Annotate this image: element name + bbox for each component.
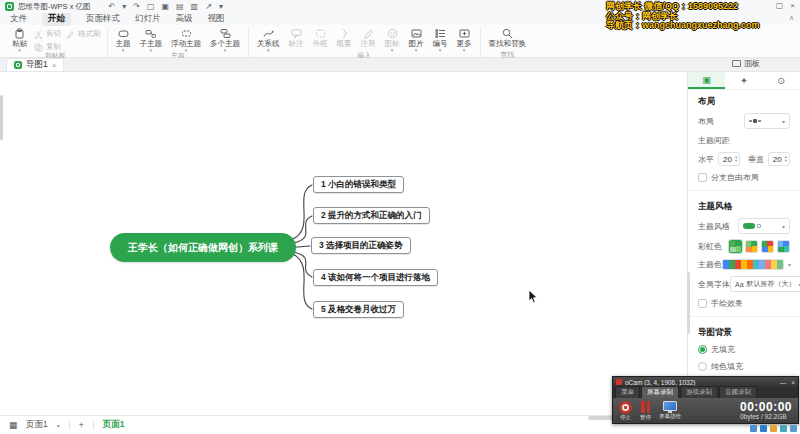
menu-view[interactable]: 视图	[208, 13, 225, 25]
cut-icon	[34, 30, 43, 39]
tab-theme[interactable]: ⊙	[763, 72, 800, 89]
tray-icon-3[interactable]	[770, 425, 777, 432]
more-button[interactable]: 更多 ▾	[455, 27, 474, 53]
floating-topic-button[interactable]: 浮动主题 ▾	[169, 27, 203, 53]
vertical-spacing-stepper[interactable]: 20 ▴▾	[768, 152, 790, 166]
ocam-body: 停止 暂停 屏幕描绘 00:00:00 0bytes / 92.2GB	[613, 398, 798, 423]
ocam-minimize-button[interactable]: —	[780, 379, 787, 386]
section-layout: 布局	[688, 90, 800, 110]
find-replace-button[interactable]: 查找和替换	[487, 27, 529, 49]
cut-button[interactable]: 剪切	[34, 29, 61, 39]
document-tab-close-icon[interactable]: ×	[52, 61, 57, 70]
tab-style[interactable]: ✦	[725, 72, 762, 89]
ocam-tab-audio-record[interactable]: 音频录制	[719, 386, 757, 398]
theme-color-strip[interactable]	[722, 259, 784, 270]
numbering-button[interactable]: 编号 ▾	[431, 27, 450, 53]
topic-button[interactable]: 主题 ▾	[114, 27, 133, 53]
window-icon[interactable]: ▣	[161, 2, 169, 11]
share-icon[interactable]: ↗	[205, 2, 212, 11]
mindmap-branch-5[interactable]: 5 及格交卷月收过万	[313, 301, 404, 318]
mindmap-branch-1[interactable]: 1 小白的错误和类型	[313, 176, 404, 193]
tab-format[interactable]: ▣	[688, 72, 725, 89]
boundary-icon	[315, 28, 326, 39]
ocam-tab-game-record[interactable]: 游戏录制	[680, 386, 718, 398]
free-layout-checkbox[interactable]	[698, 173, 707, 182]
mindmap-branch-3[interactable]: 3 选择项目的正确姿势	[311, 237, 411, 254]
rainbow-swatch-3[interactable]	[761, 240, 774, 253]
theme-tab-icon: ⊙	[777, 75, 785, 86]
watermark: 网创学长 微信/QQ：1589095222 公众号：网创学长 导航页：wangc…	[606, 2, 760, 31]
multiple-topics-icon	[220, 28, 231, 39]
menu-page-style[interactable]: 页面样式	[86, 13, 120, 25]
active-page-tab[interactable]: 页面1	[103, 419, 125, 431]
global-font-select[interactable]: Aa 默认推荐（大） ▾	[730, 276, 800, 292]
add-page-button[interactable]: +	[79, 420, 84, 430]
picture-button[interactable]: 图片 ▾	[407, 27, 426, 53]
paste-button[interactable]: 粘贴 ▾	[10, 27, 29, 53]
close-window-button[interactable]: ×	[790, 1, 795, 10]
menu-slideshow[interactable]: 幻灯片	[135, 13, 161, 25]
print-icon[interactable]: ▥	[191, 2, 199, 11]
menu-home[interactable]: 开始	[42, 12, 71, 26]
tray-icon-4[interactable]	[780, 425, 787, 432]
undo-caret-icon[interactable]: ▾	[122, 2, 126, 11]
ocam-window: oCam (3, 4, 1906, 1032) — × 菜单 屏幕录制 游戏录制…	[612, 376, 799, 424]
ocam-app-icon	[616, 379, 622, 385]
hand-drawn-checkbox[interactable]	[698, 299, 707, 308]
rainbow-swatch-4[interactable]	[777, 240, 790, 253]
panel-icon	[732, 60, 741, 67]
canvas-vertical-scrollbar[interactable]	[0, 95, 3, 140]
document-tab[interactable]: 导图1 ×	[6, 58, 64, 71]
collapse-ribbon-icon[interactable]: ∧	[789, 14, 794, 22]
menu-file[interactable]: 文件	[10, 13, 27, 25]
format-painter-button[interactable]: 格式刷	[66, 27, 101, 39]
mindmap-branch-4[interactable]: 4 该如何将一个项目进行落地	[313, 269, 438, 286]
mindmap-root-node[interactable]: 王学长（如何正确做网创）系列课	[110, 233, 296, 262]
page-selector-caret-icon[interactable]: ▾	[57, 422, 60, 429]
tray-icon-2[interactable]	[760, 425, 767, 432]
bg-solid-radio[interactable]	[698, 362, 707, 371]
ocam-close-button[interactable]: ×	[791, 379, 795, 386]
bg-none-radio[interactable]	[698, 345, 707, 354]
ribbon-group-insert: 关系线 ▾ 标注 外框 概要 注释 图标 ▾	[248, 27, 480, 57]
rainbow-swatch-1[interactable]	[729, 240, 742, 253]
ocam-tab-screen-record[interactable]: 屏幕录制	[641, 386, 679, 398]
restore-window-button[interactable]: ▢	[776, 1, 784, 10]
global-font-label: 全局字体	[698, 279, 730, 290]
mindmap-canvas[interactable]: 王学长（如何正确做网创）系列课 1 小白的错误和类型 2 提升的方式和正确的入门…	[0, 72, 687, 415]
grid-icon[interactable]: ▦	[9, 420, 17, 430]
new-document-icon[interactable]: ▢	[147, 2, 155, 11]
mindmap-branch-2[interactable]: 2 提升的方式和正确的入门	[313, 207, 430, 224]
ocam-pause-button[interactable]: 暂停	[640, 401, 651, 421]
summary-button[interactable]: 概要	[335, 27, 354, 49]
ocam-screen-draw-button[interactable]: 屏幕描绘	[659, 401, 681, 420]
boundary-button[interactable]: 外框	[311, 27, 330, 49]
note-button[interactable]: 注释	[359, 27, 378, 49]
callout-button[interactable]: 标注	[287, 27, 306, 49]
qat-more-caret-icon[interactable]: ▾	[219, 2, 223, 11]
save-icon[interactable]: ▤	[176, 2, 184, 11]
icon-marker-button[interactable]: 图标 ▾	[383, 27, 402, 53]
magic-wand-icon: ✦	[740, 75, 748, 86]
free-layout-label: 分支自由布局	[711, 172, 759, 183]
horizontal-spacing-stepper[interactable]: 20 ▴▾	[718, 152, 740, 166]
menu-advanced[interactable]: 高级	[176, 13, 193, 25]
theme-style-select[interactable]: ▾	[738, 218, 790, 234]
redo-icon[interactable]: ↷	[133, 2, 140, 11]
rainbow-swatch-2[interactable]	[745, 240, 758, 253]
panel-scrollbar[interactable]	[687, 272, 690, 334]
theme-color-label: 主题色	[698, 259, 722, 270]
document-tab-strip: 导图1 × 面板	[0, 58, 800, 72]
tray-icon-1[interactable]	[750, 425, 757, 432]
undo-icon[interactable]: ↶	[109, 2, 116, 11]
layout-select[interactable]: ▾	[744, 113, 790, 129]
multiple-topics-button[interactable]: 多个主题 ▾	[208, 27, 242, 53]
ocam-tab-menu[interactable]: 菜单	[615, 386, 640, 398]
ocam-stop-button[interactable]: 停止	[619, 401, 632, 421]
panel-toggle-button[interactable]: 面板	[732, 58, 760, 69]
page-selector-label[interactable]: 页面1	[26, 419, 48, 431]
subtopic-button[interactable]: 子主题 ▾	[138, 27, 165, 53]
relationship-button[interactable]: 关系线 ▾	[255, 27, 282, 53]
tray-icon-5[interactable]	[790, 425, 797, 432]
horizontal-label: 水平	[698, 154, 714, 165]
